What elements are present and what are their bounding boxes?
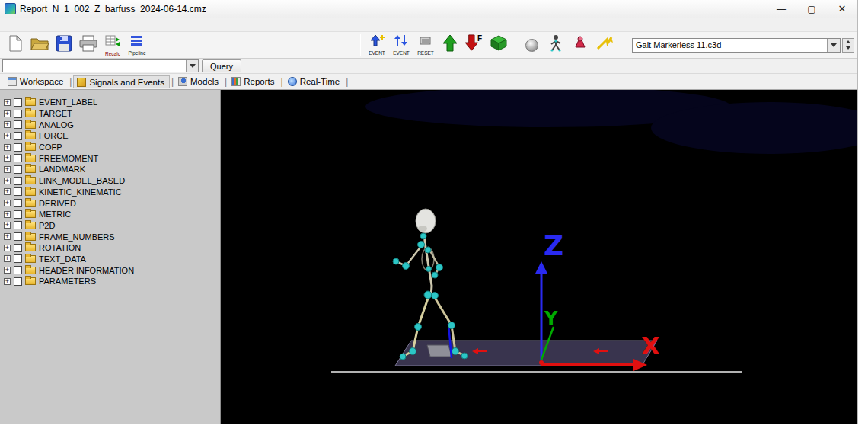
force-up-button[interactable]	[439, 33, 461, 57]
tree-item-label[interactable]: KINETIC_KINEMATIC	[39, 187, 122, 197]
segment-wand-button[interactable]	[593, 33, 616, 57]
tree-checkbox[interactable]	[14, 177, 22, 185]
tree-row[interactable]: + EVENT_LABEL	[4, 97, 220, 108]
tree-row[interactable]: + COFP	[4, 142, 220, 153]
menu-item[interactable]	[35, 24, 46, 26]
tree-checkbox[interactable]	[14, 266, 22, 274]
landmark-pin-button[interactable]	[569, 33, 592, 57]
tab[interactable]: Real-Time	[285, 75, 345, 88]
tree-row[interactable]: + HEADER INFORMATION	[4, 264, 220, 276]
reset-button[interactable]: RESET	[414, 33, 437, 57]
tree-item-label[interactable]: HEADER INFORMATION	[39, 266, 134, 275]
expand-icon[interactable]: +	[4, 166, 11, 173]
tree-checkbox[interactable]	[14, 232, 22, 241]
new-file-button[interactable]	[4, 33, 27, 57]
tree-item-label[interactable]: ANALOG	[39, 120, 74, 130]
tree-row[interactable]: + ROTATION	[4, 242, 220, 254]
expand-icon[interactable]: +	[4, 155, 11, 162]
expand-icon[interactable]: +	[4, 278, 11, 285]
tree-item-label[interactable]: ROTATION	[39, 243, 81, 252]
tree-item-label[interactable]: DERIVED	[39, 199, 76, 208]
tree-item-label[interactable]: FRAME_NUMBERS	[39, 232, 115, 242]
marker-sphere-button[interactable]	[520, 33, 543, 57]
tree-checkbox[interactable]	[14, 199, 22, 207]
expand-icon[interactable]: +	[4, 211, 11, 218]
tree-row[interactable]: + KINETIC_KINEMATIC	[4, 187, 220, 198]
expand-icon[interactable]: +	[4, 144, 11, 151]
tree-checkbox[interactable]	[14, 254, 22, 263]
menu-item[interactable]	[56, 24, 67, 26]
tree-item-label[interactable]: PARAMETERS	[39, 277, 96, 286]
expand-icon[interactable]: +	[4, 222, 11, 229]
tree-item-label[interactable]: TARGET	[39, 109, 72, 118]
model-pose-button[interactable]	[544, 33, 567, 57]
tree-row[interactable]: + FRAME_NUMBERS	[4, 231, 220, 242]
expand-icon[interactable]: +	[4, 233, 11, 240]
tree-item-label[interactable]: FREEMOMENT	[39, 154, 98, 163]
tree-checkbox[interactable]	[14, 165, 22, 174]
tree-checkbox[interactable]	[14, 98, 22, 107]
tree-row[interactable]: + TARGET	[4, 108, 220, 120]
menu-item[interactable]	[46, 24, 56, 26]
tree-item-label[interactable]: P2D	[39, 221, 55, 230]
query-dropdown-button[interactable]	[186, 60, 198, 72]
query-input[interactable]	[3, 60, 186, 72]
menu-item[interactable]	[24, 24, 35, 26]
maximize-button[interactable]: ▢	[796, 0, 827, 18]
frame-spinner[interactable]	[842, 38, 854, 53]
tree-checkbox[interactable]	[14, 187, 22, 196]
query-combo[interactable]	[2, 59, 199, 72]
add-event-button[interactable]: EVENT	[365, 33, 388, 57]
tree-row[interactable]: + LINK_MODEL_BASED	[4, 175, 220, 187]
print-button[interactable]	[77, 33, 100, 57]
3d-viewport[interactable]: Z Y X	[221, 90, 857, 424]
menu-item[interactable]	[67, 24, 78, 26]
expand-icon[interactable]: +	[4, 200, 11, 206]
tree-checkbox[interactable]	[14, 154, 22, 162]
tab[interactable]: Signals and Events	[73, 75, 169, 88]
tree-checkbox[interactable]	[14, 210, 22, 219]
file-select[interactable]: Gait Markerless 11.c3d	[632, 38, 841, 53]
expand-icon[interactable]: +	[4, 99, 11, 106]
expand-icon[interactable]: +	[4, 121, 11, 128]
tree-item-label[interactable]: LANDMARK	[39, 165, 85, 174]
expand-icon[interactable]: +	[4, 245, 11, 251]
tree-checkbox[interactable]	[14, 132, 22, 140]
recalc-button[interactable]: Recalc	[101, 33, 124, 57]
tree-item-label[interactable]: FORCE	[39, 131, 69, 140]
force-down-button[interactable]: F	[463, 33, 486, 57]
minimize-button[interactable]: —	[766, 0, 796, 18]
pipeline-button[interactable]: Pipeline	[126, 33, 148, 57]
menu-item[interactable]	[88, 24, 99, 26]
tree-row[interactable]: + DERIVED	[4, 197, 220, 209]
close-button[interactable]: ✕	[827, 0, 857, 18]
expand-icon[interactable]: +	[4, 188, 11, 195]
menu-item[interactable]	[14, 24, 24, 26]
tree-item-label[interactable]: COFP	[39, 142, 62, 152]
tab[interactable]: Models	[175, 75, 223, 88]
tree-checkbox[interactable]	[14, 221, 22, 229]
tab[interactable]: Reports	[228, 75, 279, 88]
tree-checkbox[interactable]	[14, 143, 22, 152]
tree-row[interactable]: + FREEMOMENT	[4, 152, 220, 164]
tree-row[interactable]: + PARAMETERS	[4, 276, 220, 287]
menu-item[interactable]	[78, 24, 88, 26]
expand-icon[interactable]: +	[4, 110, 11, 117]
expand-icon[interactable]: +	[4, 133, 11, 139]
expand-icon[interactable]: +	[4, 267, 11, 274]
tree-item-label[interactable]: LINK_MODEL_BASED	[39, 176, 125, 185]
tree-checkbox[interactable]	[14, 277, 22, 286]
tree-checkbox[interactable]	[14, 244, 22, 252]
tree-checkbox[interactable]	[14, 120, 22, 129]
tab[interactable]: Workspace	[5, 75, 68, 88]
open-file-button[interactable]	[28, 33, 51, 57]
tree-row[interactable]: + ANALOG	[4, 119, 220, 130]
tree-checkbox[interactable]	[14, 110, 22, 118]
expand-icon[interactable]: +	[4, 178, 11, 184]
query-button[interactable]: Query	[202, 59, 241, 72]
tree-item-label[interactable]: METRIC	[39, 210, 71, 219]
tree-item-label[interactable]: TEXT_DATA	[39, 254, 86, 264]
menu-item[interactable]	[3, 24, 14, 26]
tree-row[interactable]: + TEXT_DATA	[4, 254, 220, 265]
show-3d-object-button[interactable]	[487, 33, 510, 57]
